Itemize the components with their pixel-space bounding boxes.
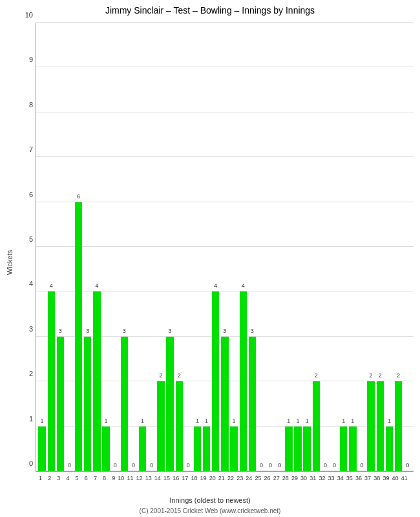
- bar: 3: [57, 337, 64, 471]
- bar-value-label: 2: [397, 372, 400, 379]
- bar: 1: [303, 427, 310, 471]
- bar-value-label: 3: [59, 328, 62, 334]
- bar-value-label: 6: [77, 193, 80, 200]
- chart-title: Jimmy Sinclair – Test – Bowling – Inning…: [0, 0, 420, 18]
- x-tick-label: 10: [118, 475, 124, 481]
- y-tick-label: 10: [14, 11, 33, 19]
- bar-group: 027: [275, 23, 284, 471]
- y-tick-label: 0: [14, 459, 33, 467]
- bar-group: 18: [101, 23, 110, 471]
- bar-group: 315: [165, 23, 174, 471]
- x-tick-label: 28: [282, 475, 289, 481]
- x-tick-label: 26: [264, 475, 271, 481]
- y-axis-title: Wickets: [6, 250, 14, 275]
- bar-value-label: 2: [178, 372, 181, 379]
- x-tick-label: 33: [328, 475, 335, 481]
- bar: 2: [395, 381, 402, 471]
- bar: 4: [93, 291, 100, 471]
- bar-value-label: 3: [86, 328, 89, 334]
- x-tick-label: 5: [76, 475, 79, 481]
- bar-value-label: 4: [50, 282, 53, 289]
- bar-value-label: 1: [306, 417, 309, 424]
- bar: 1: [230, 427, 237, 471]
- x-tick-label: 35: [346, 475, 353, 481]
- x-tick-label: 6: [85, 475, 88, 481]
- bar-value-label: 1: [105, 417, 108, 424]
- x-tick-label: 29: [291, 475, 298, 481]
- bar: 6: [75, 202, 82, 471]
- bar-group: 04: [65, 23, 74, 471]
- bar-group: 240: [394, 23, 403, 471]
- bar-value-label: 0: [114, 462, 117, 469]
- bar: 1: [139, 427, 146, 471]
- bar-value-label: 2: [370, 372, 373, 379]
- chart-container: Jimmy Sinclair – Test – Bowling – Inning…: [0, 0, 420, 517]
- x-tick-label: 9: [112, 475, 115, 481]
- bar-value-label: 0: [187, 462, 190, 469]
- bar-group: 65: [74, 23, 83, 471]
- bar-group: 112: [138, 23, 147, 471]
- bar-group: 041: [403, 23, 412, 471]
- bar-group: 013: [147, 23, 156, 471]
- x-tick-label: 15: [163, 475, 170, 481]
- bar-value-label: 2: [379, 372, 382, 379]
- y-tick-label: 6: [14, 191, 33, 198]
- bar-group: 134: [339, 23, 348, 471]
- bar: 1: [285, 427, 292, 471]
- x-axis-title: Innings (oldest to newest): [0, 496, 420, 504]
- bar-group: 216: [174, 23, 184, 471]
- x-tick-label: 30: [300, 475, 307, 481]
- bar: 4: [212, 291, 219, 471]
- bar-value-label: 1: [41, 417, 44, 424]
- bar-group: 128: [284, 23, 293, 471]
- bar-value-label: 0: [333, 462, 336, 469]
- bar-group: 017: [184, 23, 193, 471]
- bar-value-label: 3: [223, 328, 226, 334]
- bar-group: 032: [320, 23, 330, 471]
- bar-group: 11: [37, 23, 47, 471]
- x-tick-label: 2: [48, 475, 51, 481]
- bar-value-label: 1: [233, 417, 236, 424]
- bar-group: 033: [330, 23, 339, 471]
- bar-group: 42: [47, 23, 56, 471]
- bar: 1: [102, 427, 109, 471]
- bar-value-label: 3: [123, 328, 126, 334]
- bar: 1: [203, 427, 210, 471]
- bar-group: 420: [211, 23, 220, 471]
- x-tick-label: 12: [136, 475, 143, 481]
- bar: 3: [121, 337, 128, 471]
- bar-group: 129: [293, 23, 302, 471]
- bar-value-label: 1: [351, 417, 354, 424]
- x-tick-label: 14: [154, 475, 161, 481]
- bar: 1: [349, 427, 356, 471]
- bar: 4: [240, 291, 247, 471]
- x-tick-label: 41: [401, 475, 408, 481]
- bar-group: 135: [348, 23, 357, 471]
- x-tick-label: 25: [255, 475, 261, 481]
- bar: 3: [249, 337, 256, 471]
- x-tick-label: 36: [355, 475, 362, 481]
- bar-group: 011: [129, 23, 138, 471]
- bar-group: 33: [56, 23, 65, 471]
- bar-value-label: 0: [150, 462, 153, 469]
- bar-group: 238: [375, 23, 384, 471]
- bar: 3: [84, 337, 91, 471]
- x-tick-label: 18: [191, 475, 197, 481]
- bar-group: 310: [120, 23, 129, 471]
- x-tick-label: 21: [218, 475, 225, 481]
- bar: 2: [367, 381, 374, 471]
- bar-group: 139: [384, 23, 394, 471]
- x-tick-label: 16: [173, 475, 179, 481]
- bar-group: 130: [302, 23, 311, 471]
- bar: 3: [166, 337, 173, 471]
- bar-value-label: 0: [278, 462, 281, 469]
- bar-value-label: 0: [68, 462, 71, 469]
- x-tick-label: 7: [94, 475, 97, 481]
- bar-value-label: 4: [95, 282, 98, 289]
- y-tick-label: 5: [14, 235, 33, 243]
- y-tick-label: 9: [14, 56, 33, 63]
- bar-group: 025: [257, 23, 266, 471]
- bar-value-label: 0: [132, 462, 135, 469]
- bar: 1: [194, 427, 201, 471]
- bar: 2: [377, 381, 384, 471]
